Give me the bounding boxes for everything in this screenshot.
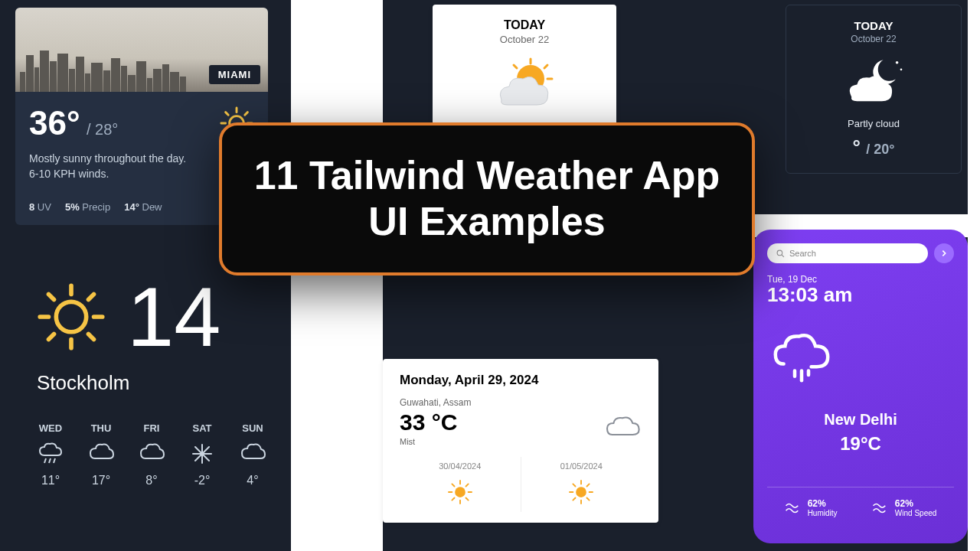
svg-line-19	[49, 458, 51, 463]
rain-icon	[37, 442, 64, 466]
svg-line-47	[587, 484, 590, 486]
wind-stat: 62%Wind Speed	[872, 498, 936, 517]
forecast-day: SAT -2°	[188, 422, 216, 487]
forecast-day: WED 11°	[37, 422, 64, 487]
svg-point-49	[900, 68, 903, 70]
day-name: WED	[37, 422, 64, 434]
condition-label: Partly cloud	[794, 118, 953, 129]
forecast-day: THU 17°	[87, 422, 115, 487]
temp-high: 36°	[29, 104, 80, 142]
svg-point-30	[455, 487, 466, 497]
moon-cloud-icon	[839, 54, 908, 110]
search-go-button[interactable]	[934, 243, 954, 263]
svg-point-50	[777, 250, 782, 256]
date-label: Monday, April 29, 2024	[400, 373, 642, 388]
day-temp: 8°	[138, 474, 165, 487]
temp-current: 19°C	[767, 433, 954, 455]
svg-line-44	[573, 484, 576, 486]
cloud-icon	[239, 442, 266, 466]
weather-card-delhi: Search Tue, 19 Dec 13:03 am New Delhi 19…	[753, 230, 968, 543]
svg-line-36	[466, 498, 468, 500]
temp-high-partial: °	[853, 135, 861, 158]
day-temp: -2°	[188, 474, 216, 487]
time-label: 13:03 am	[767, 283, 954, 307]
svg-point-48	[896, 61, 899, 64]
cloud-icon	[603, 412, 642, 442]
day-name: THU	[87, 422, 115, 434]
date-label: October 22	[794, 34, 953, 44]
svg-line-14	[48, 294, 54, 299]
temp-low: / 20°	[866, 142, 894, 157]
date-label: Tue, 19 Dec	[767, 274, 954, 285]
forecast-date: 01/05/2024	[524, 461, 639, 471]
forecast-date: 30/04/2024	[403, 461, 518, 471]
svg-line-17	[89, 294, 94, 299]
weather-card-assam: Monday, April 29, 2024 Guwahati, Assam 3…	[383, 359, 658, 523]
rain-cloud-icon	[767, 327, 836, 396]
svg-line-27	[544, 65, 547, 68]
temp-current: 33 °C	[400, 409, 457, 435]
svg-point-9	[56, 302, 86, 331]
sun-icon	[566, 477, 596, 507]
day-temp: 4°	[239, 474, 266, 487]
forecast-day: FRI 8°	[138, 422, 165, 487]
svg-line-51	[782, 255, 784, 257]
forecast-day: 30/04/2024	[400, 457, 521, 512]
chevron-right-icon	[940, 249, 948, 257]
svg-line-20	[54, 458, 55, 463]
location-label: Guwahati, Assam	[400, 397, 642, 408]
forecast-day: SUN 4°	[239, 422, 266, 487]
svg-line-8	[245, 112, 248, 116]
wave-icon	[872, 501, 889, 515]
svg-line-15	[89, 334, 94, 339]
search-placeholder: Search	[789, 249, 816, 258]
date-label: October 22	[440, 34, 609, 45]
day-name: SUN	[239, 422, 266, 434]
svg-line-45	[587, 498, 590, 500]
day-temp: 11°	[37, 474, 64, 487]
svg-line-18	[44, 458, 46, 463]
day-name: FRI	[138, 422, 165, 434]
svg-line-38	[466, 484, 468, 486]
cloud-icon	[138, 442, 165, 466]
sun-icon	[445, 477, 475, 507]
humidity-stat: 62%Humidity	[785, 498, 838, 517]
search-icon	[776, 249, 785, 258]
search-input[interactable]: Search	[767, 243, 928, 263]
city-badge: MIAMI	[209, 65, 260, 84]
svg-line-29	[514, 65, 517, 68]
partly-cloudy-icon	[486, 56, 563, 117]
sun-icon	[37, 282, 106, 351]
condition-label: Mist	[400, 437, 457, 446]
weather-card-today-dark: TODAY October 22 Partly cloud ° / 20°	[786, 5, 962, 174]
svg-line-35	[452, 484, 454, 486]
wave-icon	[785, 501, 802, 515]
forecast-row: 30/04/2024 01/05/2024	[400, 457, 642, 512]
day-label: TODAY	[440, 18, 609, 32]
city-name: New Delhi	[767, 411, 954, 429]
day-name: SAT	[188, 422, 216, 434]
snow-icon	[188, 442, 216, 466]
svg-line-46	[573, 498, 576, 500]
svg-line-5	[226, 112, 229, 116]
svg-line-16	[48, 334, 54, 339]
temp-low: / 28°	[87, 121, 118, 138]
svg-point-39	[576, 487, 586, 497]
city-name: Stockholm	[37, 371, 291, 395]
forecast-row: WED 11° THU 17° FRI 8° SAT -2° SUN 4°	[37, 422, 291, 487]
svg-line-37	[452, 498, 454, 500]
temp-current: 14	[127, 268, 220, 365]
city-hero-image: MIAMI	[15, 8, 268, 92]
day-temp: 17°	[87, 474, 115, 487]
day-label: TODAY	[794, 19, 953, 32]
cloud-icon	[87, 442, 115, 466]
headline-banner: 11 Tailwind Weather App UI Examples	[219, 122, 755, 276]
weather-card-stockholm: 14 Stockholm WED 11° THU 17° FRI 8° SAT …	[0, 253, 291, 487]
forecast-day: 01/05/2024	[521, 457, 642, 512]
